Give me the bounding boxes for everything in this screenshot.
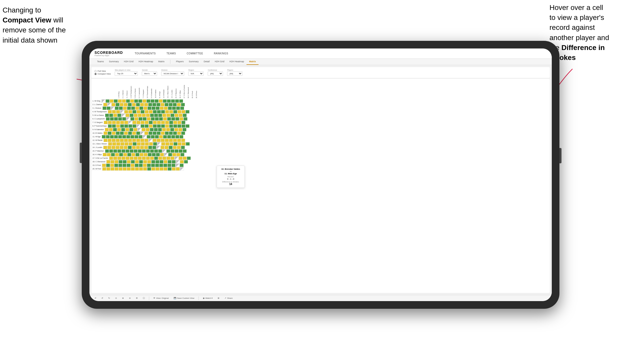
- cell-13-8[interactable]: [136, 146, 140, 149]
- cell-6-14[interactable]: [161, 121, 165, 124]
- cell-2-19[interactable]: [180, 106, 184, 110]
- cell-1-12[interactable]: [152, 103, 156, 106]
- cell-11-17[interactable]: [173, 139, 177, 142]
- cell-6-3[interactable]: [116, 121, 120, 124]
- cell-3-12[interactable]: [157, 110, 161, 114]
- cell-9-17[interactable]: [173, 131, 177, 135]
- sub-tab-summary-left[interactable]: Summary: [107, 59, 122, 65]
- cell-18-8[interactable]: [135, 164, 139, 167]
- cell-15-18[interactable]: [176, 153, 180, 156]
- cell-6-17[interactable]: [173, 121, 177, 124]
- radio-compact-circle[interactable]: [95, 73, 97, 75]
- cell-19-16[interactable]: [168, 167, 172, 171]
- cell-7-19[interactable]: [185, 124, 190, 128]
- cell-17-8[interactable]: [139, 160, 143, 164]
- cell-6-11[interactable]: [149, 121, 153, 124]
- nav-tournaments[interactable]: TOURNAMENTS: [133, 51, 157, 56]
- cell-12-7[interactable]: [137, 142, 141, 146]
- radio-full-view[interactable]: Full View: [95, 70, 111, 72]
- cell-16-17[interactable]: [179, 156, 183, 160]
- cell-17-14[interactable]: [163, 160, 168, 164]
- cell-16-19[interactable]: [187, 156, 191, 160]
- cell-0-3[interactable]: [114, 99, 118, 103]
- cell-4-14[interactable]: [162, 114, 166, 117]
- cell-6-18[interactable]: [177, 121, 181, 124]
- cell-12-6[interactable]: [133, 142, 137, 146]
- cell-16-3[interactable]: [121, 156, 125, 160]
- cell-12-14[interactable]: [165, 142, 169, 146]
- cell-18-5[interactable]: [122, 164, 126, 167]
- cell-5-4[interactable]: [122, 117, 126, 121]
- cell-1-0[interactable]: [103, 103, 107, 106]
- cell-13-3[interactable]: [115, 146, 120, 149]
- cell-9-15[interactable]: [165, 131, 169, 135]
- cell-3-10[interactable]: [149, 110, 153, 114]
- cell-19-13[interactable]: [155, 167, 159, 171]
- cell-18-11[interactable]: [147, 164, 151, 167]
- cell-0-13[interactable]: [155, 99, 159, 103]
- cell-6-0[interactable]: [104, 121, 108, 124]
- cell-11-10[interactable]: [144, 139, 148, 142]
- filter-division-select[interactable]: NCAA Division I: [161, 71, 184, 76]
- cell-18-13[interactable]: [155, 164, 159, 167]
- cell-10-14[interactable]: [159, 135, 163, 139]
- cell-2-8[interactable]: [135, 106, 139, 110]
- cell-8-14[interactable]: [162, 128, 166, 131]
- cell-3-19[interactable]: [185, 110, 190, 114]
- cell-10-19[interactable]: [179, 135, 183, 139]
- cell-1-17[interactable]: [173, 103, 177, 106]
- cell-1-4[interactable]: [120, 103, 124, 106]
- cell-18-1[interactable]: [106, 164, 110, 167]
- cell-13-16[interactable]: [169, 146, 173, 149]
- cell-16-15[interactable]: [170, 156, 174, 160]
- filter-conference-select[interactable]: (All): [208, 71, 223, 76]
- cell-9-9[interactable]: [140, 131, 144, 135]
- cell-0-9[interactable]: [138, 99, 142, 103]
- cell-6-15[interactable]: [165, 121, 169, 124]
- cell-16-0[interactable]: [109, 156, 113, 160]
- cell-8-11[interactable]: [150, 128, 154, 131]
- sub-tab-h2h-grid-left[interactable]: H2H Grid: [121, 59, 136, 65]
- cell-18-17[interactable]: [171, 164, 175, 167]
- cell-1-16[interactable]: [169, 103, 173, 106]
- cell-18-9[interactable]: [139, 164, 143, 167]
- cell-11-11[interactable]: [148, 139, 153, 142]
- cell-8-12[interactable]: [154, 128, 158, 131]
- cell-16-4[interactable]: [125, 156, 130, 160]
- cell-14-17[interactable]: [174, 149, 179, 153]
- cell-10-7[interactable]: [130, 135, 134, 139]
- cell-17-12[interactable]: [155, 160, 159, 164]
- cell-19-7[interactable]: [131, 167, 135, 171]
- cell-11-19[interactable]: [181, 139, 185, 142]
- cell-19-6[interactable]: [127, 167, 131, 171]
- cell-8-5[interactable]: [125, 128, 129, 131]
- cell-13-19[interactable]: [181, 146, 185, 149]
- cell-15-2[interactable]: [111, 153, 115, 156]
- cell-5-2[interactable]: [114, 117, 118, 121]
- cell-3-15[interactable]: [169, 110, 173, 114]
- cell-13-6[interactable]: [128, 146, 132, 149]
- cell-4-4[interactable]: [121, 114, 125, 117]
- cell-10-5[interactable]: [122, 135, 126, 139]
- cell-14-3[interactable]: [117, 149, 121, 153]
- cell-8-0[interactable]: [105, 128, 109, 131]
- cell-7-4[interactable]: [124, 124, 128, 128]
- nav-teams[interactable]: TEAMS: [165, 51, 178, 56]
- cell-7-16[interactable]: [173, 124, 177, 128]
- sub-tab-teams[interactable]: Teams: [95, 59, 107, 65]
- cell-11-2[interactable]: [112, 139, 116, 142]
- cell-7-5[interactable]: [128, 124, 132, 128]
- cell-3-8[interactable]: [140, 110, 145, 114]
- cell-14-15[interactable]: [166, 149, 170, 153]
- cell-9-18[interactable]: [177, 131, 181, 135]
- cell-11-0[interactable]: [103, 139, 108, 142]
- cell-5-10[interactable]: [147, 117, 151, 121]
- cell-4-16[interactable]: [170, 114, 174, 117]
- cell-17-5[interactable]: [127, 160, 131, 164]
- cell-2-5[interactable]: [123, 106, 127, 110]
- cell-7-12[interactable]: [157, 124, 161, 128]
- cell-9-7[interactable]: [132, 131, 136, 135]
- cell-16-10[interactable]: [150, 156, 154, 160]
- cell-2-15[interactable]: [164, 106, 168, 110]
- cell-14-14[interactable]: [162, 149, 166, 153]
